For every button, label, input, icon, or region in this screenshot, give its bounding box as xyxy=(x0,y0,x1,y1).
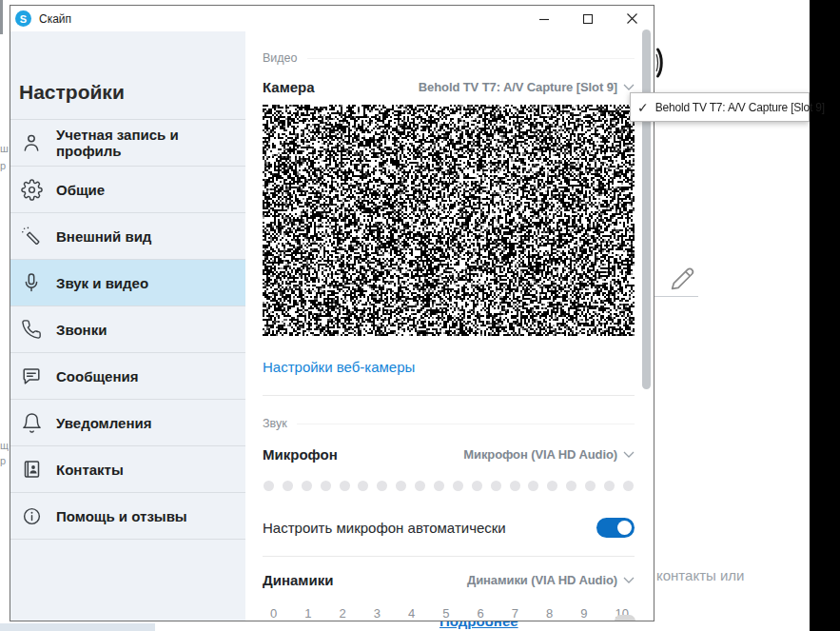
section-divider-line xyxy=(307,58,635,59)
sidebar-item-label: Уведомления xyxy=(56,415,165,431)
auto-adjust-row: Настроить микрофон автоматически xyxy=(263,518,635,538)
mic-level-dot xyxy=(510,481,520,491)
checkmark-icon: ✓ xyxy=(637,100,649,115)
volume-tick: 2 xyxy=(340,606,346,621)
volume-tick: 7 xyxy=(512,606,518,621)
section-divider-line xyxy=(297,424,635,424)
scrollbar-thumb[interactable] xyxy=(642,30,651,389)
sidebar-item-label: Сообщения xyxy=(56,368,151,385)
mic-level-dot xyxy=(415,481,425,491)
microphone-device-value: Микрофон (VIA HD Audio) xyxy=(463,447,617,462)
volume-tick: 5 xyxy=(442,606,449,621)
webcam-settings-link[interactable]: Настройки веб-камеры xyxy=(263,359,415,375)
mic-level-dot xyxy=(528,481,538,491)
background-field-underline xyxy=(654,296,698,297)
phone-icon xyxy=(19,317,44,342)
volume-tick: 0 xyxy=(270,606,277,621)
camera-preview-static xyxy=(263,105,635,336)
mic-level-dot xyxy=(377,481,387,491)
settings-sidebar: Настройки Учетная запись и профильОбщиеВ… xyxy=(10,31,245,621)
mic-level-dot xyxy=(453,481,463,491)
sidebar-item-label: Звонки xyxy=(56,322,120,338)
clipped-text-fragment: щ xyxy=(0,440,9,451)
volume-tick: 6 xyxy=(478,606,484,621)
settings-content: Видео Камера Behold TV T7: A/V Capture [… xyxy=(245,31,654,621)
camera-label: Камера xyxy=(263,79,315,95)
pencil-icon[interactable] xyxy=(668,263,698,293)
minimize-icon xyxy=(538,13,550,25)
mic-level-dot xyxy=(491,481,501,491)
speakers-device-dropdown[interactable]: Динамики (VIA HD Audio) xyxy=(467,573,635,587)
magic-wand-icon xyxy=(19,224,44,248)
chevron-down-icon xyxy=(623,84,635,90)
close-button[interactable] xyxy=(610,6,654,31)
camera-device-value: Behold TV T7: A/V Capture [Slot 9] xyxy=(419,80,617,94)
minimize-button[interactable] xyxy=(522,6,566,31)
volume-tick: 4 xyxy=(408,606,415,621)
speaker-volume-scale: 012345678910 xyxy=(263,606,635,621)
content-divider xyxy=(263,395,635,396)
sidebar-item-general[interactable]: Общие xyxy=(10,167,245,213)
mic-level-dot xyxy=(396,481,406,491)
video-section-header: Видео xyxy=(263,51,635,65)
desktop-black-area xyxy=(810,0,840,631)
speakers-label: Динамики xyxy=(263,572,333,588)
sidebar-item-label: Контакты xyxy=(56,462,137,478)
contact-card-icon xyxy=(19,457,44,482)
background-partial-text: контакты или xyxy=(656,567,744,583)
background-window-edge xyxy=(0,0,3,34)
clipped-text-fragment: р xyxy=(0,455,9,466)
sidebar-item-account[interactable]: Учетная запись и профиль xyxy=(10,120,245,167)
toggle-knob xyxy=(617,521,632,535)
sidebar-item-help[interactable]: Помощь и отзывы xyxy=(10,493,245,540)
message-icon xyxy=(19,364,44,388)
mic-level-dot xyxy=(566,481,576,491)
volume-slider-thumb[interactable] xyxy=(615,615,635,621)
auto-adjust-label: Настроить микрофон автоматически xyxy=(263,520,506,536)
speakers-device-value: Динамики (VIA HD Audio) xyxy=(467,573,617,587)
sidebar-item-messaging[interactable]: Сообщения xyxy=(10,353,245,400)
maximize-icon xyxy=(582,13,594,25)
mic-level-dot xyxy=(547,481,557,491)
clipped-icon-fragment xyxy=(655,47,669,79)
mic-level-dot xyxy=(623,481,634,491)
sidebar-item-notifications[interactable]: Уведомления xyxy=(10,400,245,446)
window-title: Скайп xyxy=(39,12,71,26)
settings-nav: Учетная запись и профильОбщиеВнешний вид… xyxy=(10,119,245,540)
clipped-text-fragment: р xyxy=(0,160,9,171)
content-divider xyxy=(263,556,635,557)
chevron-down-icon xyxy=(623,451,635,458)
bell-icon xyxy=(19,410,44,435)
close-icon xyxy=(626,12,638,25)
speakers-row: Динамики Динамики (VIA HD Audio) xyxy=(263,570,635,589)
microphone-icon xyxy=(19,270,44,295)
microphone-row: Микрофон Микрофон (VIA HD Audio) xyxy=(263,444,635,463)
mic-level-dot xyxy=(302,481,312,491)
sidebar-item-appearance[interactable]: Внешний вид xyxy=(10,213,245,260)
mic-level-dot xyxy=(585,481,596,491)
mic-level-dot xyxy=(472,481,482,491)
auto-adjust-toggle[interactable] xyxy=(596,518,635,538)
mic-level-dot xyxy=(283,481,293,491)
background-window-strip xyxy=(0,623,155,631)
volume-tick: 8 xyxy=(546,606,553,621)
mic-level-dot xyxy=(434,481,444,491)
camera-device-dropdown[interactable]: Behold TV T7: A/V Capture [Slot 9] xyxy=(419,80,635,94)
sidebar-item-label: Внешний вид xyxy=(56,228,165,245)
sidebar-item-label: Звук и видео xyxy=(56,275,162,291)
microphone-label: Микрофон xyxy=(263,446,338,463)
sidebar-item-contacts[interactable]: Контакты xyxy=(10,446,245,493)
sidebar-item-calls[interactable]: Звонки xyxy=(10,306,245,353)
sidebar-item-label: Учетная запись и профиль xyxy=(56,127,245,159)
camera-dropdown-popup-item[interactable]: ✓ Behold TV T7: A/V Capture [Slot 9] xyxy=(630,92,810,122)
sound-section-header: Звук xyxy=(263,417,635,430)
settings-dialog: S Скайп Настройки Учетная запись xyxy=(10,5,654,621)
mic-level-dot xyxy=(264,481,274,491)
sidebar-item-audio-video[interactable]: Звук и видео xyxy=(10,260,245,306)
maximize-button[interactable] xyxy=(566,6,610,31)
gear-icon xyxy=(19,177,44,202)
settings-heading: Настройки xyxy=(19,81,245,104)
volume-tick: 3 xyxy=(374,606,381,621)
microphone-device-dropdown[interactable]: Микрофон (VIA HD Audio) xyxy=(463,447,635,462)
mic-level-dot xyxy=(604,481,615,491)
